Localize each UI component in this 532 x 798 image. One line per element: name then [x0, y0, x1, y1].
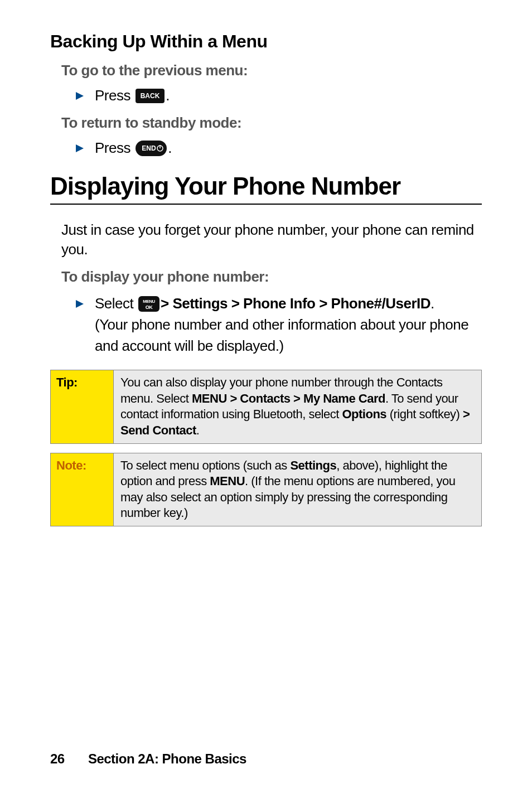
- menu-ok-key-icon: MENU OK: [138, 296, 159, 312]
- tip-content: You can also display your phone number t…: [114, 370, 481, 443]
- menu-path: > Settings > Phone Info > Phone#/UserID: [161, 293, 431, 315]
- menu-key-text-top: MENU: [143, 299, 155, 304]
- select-label: Select: [95, 293, 133, 315]
- label-display-number: To display your phone number:: [61, 268, 476, 286]
- page-number: 26: [50, 751, 65, 766]
- end-key-text: END: [142, 144, 157, 152]
- step-press-back: Press BACK .: [75, 87, 482, 104]
- svg-marker-0: [76, 92, 84, 100]
- period: .: [168, 139, 172, 157]
- tip-bold: MENU > Contacts > My Name Card: [192, 391, 385, 405]
- step-select-path: Select MENU OK > Settings > Phone Info >…: [75, 293, 482, 356]
- page-footer: 26 Section 2A: Phone Basics: [50, 751, 246, 767]
- heading-backing-up: Backing Up Within a Menu: [50, 31, 482, 52]
- back-key-icon: BACK: [136, 89, 165, 103]
- heading-rule: [50, 204, 482, 205]
- back-key-text: BACK: [141, 92, 160, 100]
- triangle-bullet-icon: [75, 143, 85, 153]
- triangle-bullet-icon: [75, 91, 85, 101]
- svg-marker-2: [76, 144, 84, 152]
- tip-label: Tip:: [51, 370, 114, 443]
- label-standby-mode: To return to standby mode:: [61, 114, 476, 132]
- note-label: Note:: [51, 453, 114, 526]
- page: Backing Up Within a Menu To go to the pr…: [0, 0, 532, 798]
- heading-displaying-number: Displaying Your Phone Number: [50, 172, 482, 200]
- intro-paragraph: Just in case you forget your phone numbe…: [61, 220, 476, 259]
- note-text: To select menu options (such as: [120, 458, 290, 472]
- note-content: To select menu options (such as Settings…: [114, 453, 481, 526]
- press-label: Press: [95, 139, 130, 157]
- tip-bold: Options: [342, 407, 386, 421]
- triangle-bullet-icon: [75, 299, 85, 309]
- end-key-icon: END: [136, 141, 167, 156]
- note-bold: Settings: [290, 458, 336, 472]
- tip-callout: Tip: You can also display your phone num…: [50, 370, 482, 443]
- tip-text: (right softkey): [386, 407, 463, 421]
- note-bold: MENU: [210, 474, 245, 488]
- press-label: Press: [95, 87, 130, 104]
- svg-marker-6: [76, 300, 84, 308]
- tip-text: .: [196, 423, 200, 437]
- step-press-end: Press END .: [75, 139, 482, 157]
- period: .: [166, 87, 170, 104]
- select-tail: (Your phone number and other information…: [95, 315, 482, 356]
- label-previous-menu: To go to the previous menu:: [61, 62, 476, 79]
- period: .: [431, 293, 434, 315]
- section-label: Section 2A: Phone Basics: [88, 751, 246, 766]
- menu-key-text-bot: OK: [146, 304, 153, 310]
- note-callout: Note: To select menu options (such as Se…: [50, 453, 482, 526]
